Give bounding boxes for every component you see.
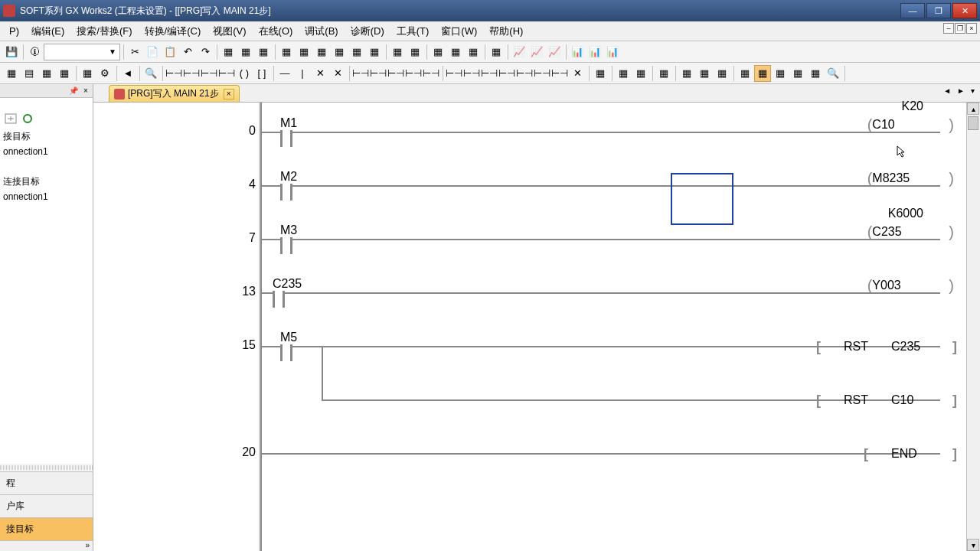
comment-button[interactable]: ▦ — [79, 65, 96, 82]
menu-online[interactable]: 在线(O) — [253, 23, 299, 40]
panel-divider[interactable] — [0, 465, 93, 470]
ladder-editor[interactable]: 0 M1 K20 (C10) 4 — [93, 103, 966, 551]
compile-all-button[interactable]: ▦ — [237, 44, 254, 60]
device2-button[interactable]: ▦ — [447, 44, 464, 60]
panel-pin-button[interactable]: 📌 — [68, 86, 79, 96]
document-tab-close-button[interactable]: × — [224, 89, 234, 99]
l14-button[interactable]: ▦ — [615, 65, 632, 82]
tab-nav-prev-button[interactable]: ◄ — [941, 86, 953, 96]
coil-button[interactable]: ( ) — [236, 65, 253, 82]
sfc-button[interactable]: ▦ — [38, 65, 55, 82]
scroll-thumb[interactable] — [968, 116, 978, 130]
settings-button[interactable]: ⚙ — [96, 65, 113, 82]
paste-button[interactable]: 📋 — [162, 44, 178, 60]
l12-button[interactable]: ⊢⊣ — [551, 65, 568, 82]
panel-close-button[interactable]: × — [80, 86, 91, 96]
l22-button[interactable]: ▦ — [772, 65, 789, 82]
menu-help[interactable]: 帮助(H) — [483, 23, 529, 40]
l18-button[interactable]: ▦ — [696, 65, 713, 82]
del-button[interactable]: ✕ — [569, 65, 586, 82]
tree-item-2[interactable]: onnection1 — [3, 190, 90, 204]
del-vline-button[interactable]: ✕ — [329, 65, 346, 82]
l19-button[interactable]: ▦ — [714, 65, 730, 82]
st-button[interactable]: ▦ — [56, 65, 73, 82]
l15-button[interactable]: ▦ — [632, 65, 649, 82]
device3-button[interactable]: ▦ — [465, 44, 482, 60]
nav-back-button[interactable]: ◄ — [119, 65, 136, 82]
maximize-button[interactable]: ❐ — [926, 3, 951, 18]
trace3-button[interactable]: 📈 — [546, 44, 563, 60]
help-icon[interactable]: 🛈 — [26, 44, 43, 60]
transfer-button[interactable]: ▦ — [255, 44, 272, 60]
simulation-button[interactable]: ▦ — [366, 44, 383, 60]
contact-fall-button[interactable]: ⊢⊣ — [218, 65, 235, 82]
l25-button[interactable]: 🔍 — [825, 65, 841, 82]
minimize-button[interactable]: — — [900, 3, 925, 18]
l13-button[interactable]: ▦ — [592, 65, 609, 82]
contact-rise-button[interactable]: ⊢⊣ — [201, 65, 217, 82]
menu-window[interactable]: 窗口(W) — [435, 23, 483, 40]
l1-button[interactable]: ⊢⊣ — [352, 65, 369, 82]
panel-tab-connection[interactable]: 接目标 — [0, 517, 93, 540]
zoom-dropdown[interactable]: ▼ — [44, 44, 120, 60]
l3-button[interactable]: ⊢⊣ — [387, 65, 404, 82]
plc-read-button[interactable]: ▦ — [407, 44, 423, 60]
menu-edit[interactable]: 编辑(E) — [25, 23, 70, 40]
menu-debug[interactable]: 调试(B) — [299, 23, 344, 40]
mdi-minimize-button[interactable]: – — [943, 23, 954, 34]
remote-button[interactable]: ▦ — [488, 44, 505, 60]
trace4-button[interactable]: 📊 — [569, 44, 586, 60]
scroll-up-button[interactable]: ▴ — [967, 103, 979, 115]
hline-button[interactable]: — — [276, 65, 293, 82]
l2-button[interactable]: ⊢⊣ — [370, 65, 387, 82]
tree-refresh-icon[interactable] — [21, 113, 34, 124]
mdi-restore-button[interactable]: ❐ — [955, 23, 965, 34]
tree-item-1[interactable]: onnection1 — [3, 145, 90, 158]
l24-button[interactable]: ▦ — [807, 65, 824, 82]
device-button[interactable]: ▦ — [430, 44, 446, 60]
menu-diagnosis[interactable]: 诊断(D) — [345, 23, 390, 40]
tab-nav-menu-button[interactable]: ▾ — [969, 86, 977, 96]
l16-button[interactable]: ▦ — [655, 65, 672, 82]
l20-button[interactable]: ▦ — [737, 65, 753, 82]
l8-button[interactable]: ⊢⊣ — [481, 65, 498, 82]
menu-project[interactable]: P) — [3, 24, 25, 38]
l6-button[interactable]: ⊢⊣ — [446, 65, 462, 82]
menu-search[interactable]: 搜索/替换(F) — [70, 23, 138, 40]
cut-button[interactable]: ✂ — [126, 44, 143, 60]
l21-button[interactable]: ▦ — [754, 65, 771, 82]
plc-write-button[interactable]: ▦ — [389, 44, 406, 60]
trace2-button[interactable]: 📈 — [528, 44, 545, 60]
trace5-button[interactable]: 📊 — [586, 44, 603, 60]
panel-scroll-right[interactable]: » — [0, 540, 93, 551]
close-button[interactable]: ✕ — [952, 3, 977, 18]
panel-tab-userlib[interactable]: 户库 — [0, 494, 93, 517]
panel-tab-program[interactable]: 程 — [0, 471, 93, 494]
read-button[interactable]: ▦ — [296, 44, 312, 60]
menu-tools[interactable]: 工具(T) — [390, 23, 436, 40]
trace6-button[interactable]: 📊 — [604, 44, 621, 60]
contact-open-button[interactable]: ⊢⊣ — [165, 65, 182, 82]
l10-button[interactable]: ⊢⊣ — [516, 65, 533, 82]
tab-nav-next-button[interactable]: ► — [955, 86, 967, 96]
find-button[interactable]: 🔍 — [142, 65, 159, 82]
trace1-button[interactable]: 📈 — [511, 44, 528, 60]
l7-button[interactable]: ⊢⊣ — [463, 65, 480, 82]
l11-button[interactable]: ⊢⊣ — [534, 65, 550, 82]
del-hline-button[interactable]: ✕ — [312, 65, 328, 82]
l5-button[interactable]: ⊢⊣ — [423, 65, 439, 82]
tree-expand-icon[interactable] — [5, 113, 17, 124]
undo-button[interactable]: ↶ — [179, 44, 196, 60]
grid-button[interactable]: ▦ — [3, 65, 20, 82]
menu-view[interactable]: 视图(V) — [207, 23, 252, 40]
menu-convert[interactable]: 转换/编译(C) — [139, 23, 207, 40]
l4-button[interactable]: ⊢⊣ — [405, 65, 422, 82]
write-button[interactable]: ▦ — [278, 44, 295, 60]
vertical-scrollbar[interactable]: ▴ ▾ — [966, 103, 980, 551]
list-button[interactable]: ▤ — [21, 65, 38, 82]
l9-button[interactable]: ⊢⊣ — [498, 65, 515, 82]
l23-button[interactable]: ▦ — [789, 65, 806, 82]
contact-close-button[interactable]: ⊢⊣ — [183, 65, 200, 82]
copy-button[interactable]: 📄 — [144, 44, 161, 60]
monitor-button[interactable]: ▦ — [331, 44, 348, 60]
